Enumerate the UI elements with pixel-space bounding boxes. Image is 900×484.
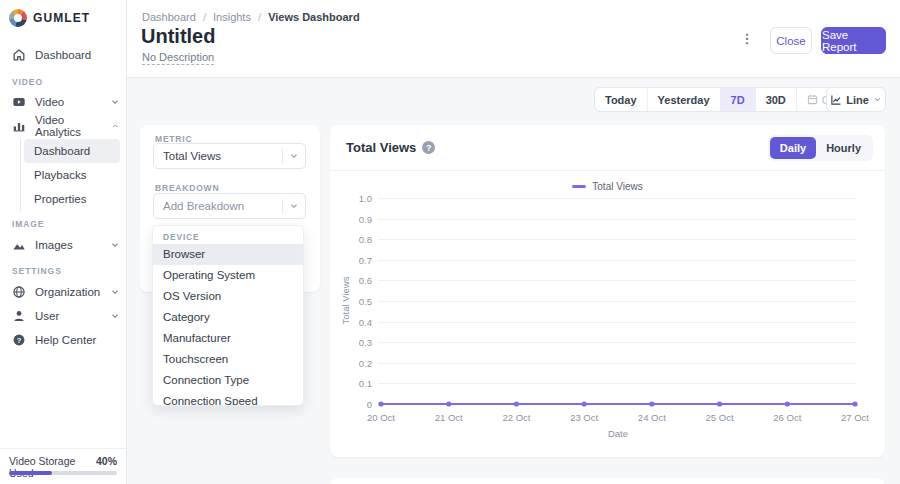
page-title: Untitled xyxy=(141,25,215,48)
sidebar-item-images[interactable]: Images xyxy=(12,236,120,254)
bar-chart-icon xyxy=(12,119,26,133)
submenu-item-playbacks[interactable]: Playbacks xyxy=(24,163,120,187)
dropdown-item-category[interactable]: Category xyxy=(153,307,303,328)
globe-icon xyxy=(12,285,26,299)
dropdown-item-os-version[interactable]: OS Version xyxy=(153,286,303,307)
data-point[interactable] xyxy=(649,401,654,406)
sidebar-item-help-center[interactable]: ? Help Center xyxy=(12,331,120,349)
chevron-down-icon xyxy=(873,95,882,104)
line-chart-icon xyxy=(830,94,842,106)
range-7d-button[interactable]: 7D xyxy=(720,88,755,111)
sidebar-section-image: IMAGE xyxy=(12,219,44,229)
data-point[interactable] xyxy=(852,401,857,406)
breadcrumb-dashboard[interactable]: Dashboard xyxy=(142,11,196,23)
chevron-up-icon xyxy=(111,121,120,131)
breakdown-select-placeholder: Add Breakdown xyxy=(154,200,282,212)
sidebar-item-label: Video Analytics xyxy=(35,114,102,138)
sidebar-item-label: Organization xyxy=(35,286,100,298)
sidebar-item-user[interactable]: User xyxy=(12,307,120,325)
calendar-icon xyxy=(807,94,818,105)
page-header: Dashboard / Insights / Views Dashboard U… xyxy=(127,0,900,78)
range-yesterday-button[interactable]: Yesterday xyxy=(647,88,720,111)
brand-name: GUMLET xyxy=(33,11,90,25)
video-analytics-submenu: Dashboard Playbacks Properties xyxy=(20,139,120,211)
breadcrumb-current: Views Dashboard xyxy=(268,11,360,23)
breadcrumb: Dashboard / Insights / Views Dashboard xyxy=(142,11,360,23)
chevron-down-icon xyxy=(110,240,120,250)
images-icon xyxy=(12,238,26,252)
sidebar-item-video-analytics[interactable]: Video Analytics xyxy=(12,117,120,135)
plot-svg xyxy=(330,125,885,457)
range-today-button[interactable]: Today xyxy=(595,88,647,111)
data-point[interactable] xyxy=(378,401,383,406)
breakdown-dropdown-menu: DEVICE Browser Operating System OS Versi… xyxy=(152,225,304,406)
sidebar-item-label: Images xyxy=(35,239,73,251)
sidebar-item-dashboard[interactable]: Dashboard xyxy=(12,46,120,64)
chevron-down-icon xyxy=(289,201,299,211)
chevron-down-icon xyxy=(110,97,120,107)
data-point[interactable] xyxy=(582,401,587,406)
chart-type-label: Line xyxy=(846,94,869,106)
svg-text:?: ? xyxy=(17,336,22,345)
submenu-item-properties[interactable]: Properties xyxy=(24,187,120,211)
home-icon xyxy=(12,48,26,62)
breadcrumb-insights[interactable]: Insights xyxy=(213,11,251,23)
sidebar: GUMLET Dashboard VIDEO Video Video Analy… xyxy=(0,0,127,484)
dropdown-item-touchscreen[interactable]: Touchscreen xyxy=(153,349,303,370)
dropdown-item-manufacturer[interactable]: Manufacturer xyxy=(153,328,303,349)
storage-percent: 40% xyxy=(96,455,117,479)
close-button[interactable]: Close xyxy=(770,27,812,54)
data-point[interactable] xyxy=(446,401,451,406)
chevron-down-icon xyxy=(110,311,120,321)
save-report-button[interactable]: Save Report xyxy=(821,27,886,54)
sidebar-item-label: Dashboard xyxy=(35,49,91,61)
next-card-edge xyxy=(330,478,885,484)
chart-type-select[interactable]: Line xyxy=(826,87,886,112)
chevron-down-icon xyxy=(110,287,120,297)
chevron-down-icon xyxy=(289,151,299,161)
dropdown-group-label: DEVICE xyxy=(153,229,303,244)
sidebar-item-video[interactable]: Video xyxy=(12,93,120,111)
data-point[interactable] xyxy=(717,401,722,406)
breadcrumb-separator: / xyxy=(203,11,206,23)
gumlet-logo-icon xyxy=(9,9,27,27)
brand-logo[interactable]: GUMLET xyxy=(9,9,90,27)
range-30d-button[interactable]: 30D xyxy=(755,88,796,111)
chart-plot-area: Total Views Date 00.10.20.30.40.50.60.70… xyxy=(330,125,885,457)
metric-select[interactable]: Total Views xyxy=(153,143,306,169)
sidebar-item-label: User xyxy=(35,310,59,322)
breakdown-label: BREAKDOWN xyxy=(155,183,219,193)
breakdown-select[interactable]: Add Breakdown xyxy=(153,193,306,219)
user-icon xyxy=(12,309,26,323)
sidebar-item-organization[interactable]: Organization xyxy=(12,283,120,301)
data-point[interactable] xyxy=(785,401,790,406)
kebab-menu-icon[interactable]: ⋮ xyxy=(739,29,755,49)
dropdown-item-browser[interactable]: Browser xyxy=(153,244,303,265)
dropdown-item-operating-system[interactable]: Operating System xyxy=(153,265,303,286)
storage-label: Video Storage Used xyxy=(9,455,96,479)
sidebar-section-video: VIDEO xyxy=(12,77,43,87)
sidebar-item-label: Video xyxy=(35,96,64,108)
data-point[interactable] xyxy=(514,401,519,406)
chart-card: Total Views ? Daily Hourly Total Views T… xyxy=(330,125,885,457)
dropdown-item-connection-type[interactable]: Connection Type xyxy=(153,370,303,391)
storage-progress-bar xyxy=(9,471,117,475)
metric-select-value: Total Views xyxy=(154,150,282,162)
storage-widget: Video Storage Used 40% xyxy=(0,448,126,484)
dropdown-item-connection-speed[interactable]: Connection Speed xyxy=(153,391,303,406)
sidebar-item-label: Help Center xyxy=(35,334,96,346)
storage-progress-fill xyxy=(9,471,52,475)
breadcrumb-separator: / xyxy=(258,11,261,23)
description-link[interactable]: No Description xyxy=(142,51,214,65)
sidebar-section-settings: SETTINGS xyxy=(12,266,62,276)
submenu-item-dashboard[interactable]: Dashboard xyxy=(24,139,120,163)
help-icon: ? xyxy=(12,333,26,347)
video-icon xyxy=(12,95,26,109)
